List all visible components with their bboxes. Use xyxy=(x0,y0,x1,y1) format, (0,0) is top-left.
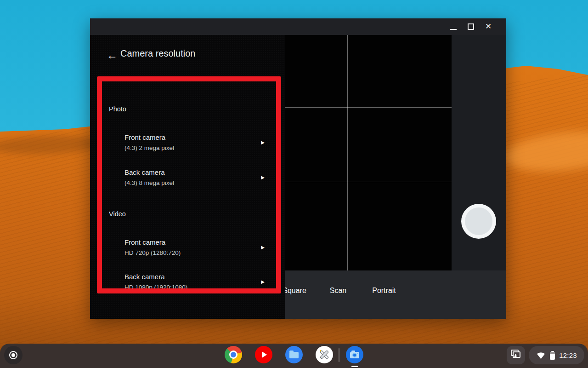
camera-viewfinder-dot xyxy=(357,353,358,354)
clock: 12:23 xyxy=(559,351,577,359)
launcher-icon-dot xyxy=(11,353,15,357)
download-arrow-icon xyxy=(515,354,516,356)
close-icon: ✕ xyxy=(481,18,496,35)
folder-icon xyxy=(289,352,299,358)
screen-capture-tray-button[interactable] xyxy=(507,346,525,364)
minimize-button[interactable] xyxy=(446,18,461,35)
shutter-button[interactable] xyxy=(461,204,496,239)
window-titlebar: ✕ xyxy=(90,18,506,35)
shelf-item-files[interactable] xyxy=(285,346,303,363)
battery-icon xyxy=(550,351,555,360)
grid-line-vertical xyxy=(347,35,348,274)
shelf-item-chrome[interactable] xyxy=(225,346,242,363)
back-arrow-icon: ← xyxy=(107,49,118,61)
youtube-play-icon xyxy=(262,351,267,358)
panel-header: ← Camera resolution xyxy=(90,46,285,66)
desktop: ✕ Video Photo Square Scan Portrait ← Cam… xyxy=(0,0,588,368)
shelf-item-youtube[interactable] xyxy=(255,346,272,363)
shelf-item-canvas[interactable] xyxy=(316,346,333,363)
active-app-indicator xyxy=(351,366,358,367)
mode-tab-square[interactable]: Square xyxy=(283,287,306,295)
mode-tab-scan[interactable]: Scan xyxy=(330,287,346,295)
grid-line-horizontal xyxy=(285,107,452,108)
wifi-icon xyxy=(536,351,546,359)
back-button[interactable]: ← xyxy=(104,47,120,63)
minimize-icon xyxy=(450,29,457,30)
status-tray[interactable]: 12:23 xyxy=(529,346,584,364)
close-button[interactable]: ✕ xyxy=(481,18,496,35)
maximize-button[interactable] xyxy=(463,18,479,35)
panel-title: Camera resolution xyxy=(120,48,195,59)
camera-icon xyxy=(350,352,359,358)
maximize-icon xyxy=(468,23,474,30)
shelf-item-camera[interactable] xyxy=(346,346,363,363)
shelf-separator xyxy=(339,348,339,362)
annotation-rectangle xyxy=(97,76,281,293)
battery-fill xyxy=(550,354,555,360)
launcher-button[interactable] xyxy=(4,346,23,364)
camera-lens-icon xyxy=(352,353,357,357)
grid-line-horizontal xyxy=(285,182,452,182)
mode-tab-portrait[interactable]: Portrait xyxy=(372,287,396,295)
sparkle-icon xyxy=(320,350,321,351)
camera-preview xyxy=(285,35,452,274)
